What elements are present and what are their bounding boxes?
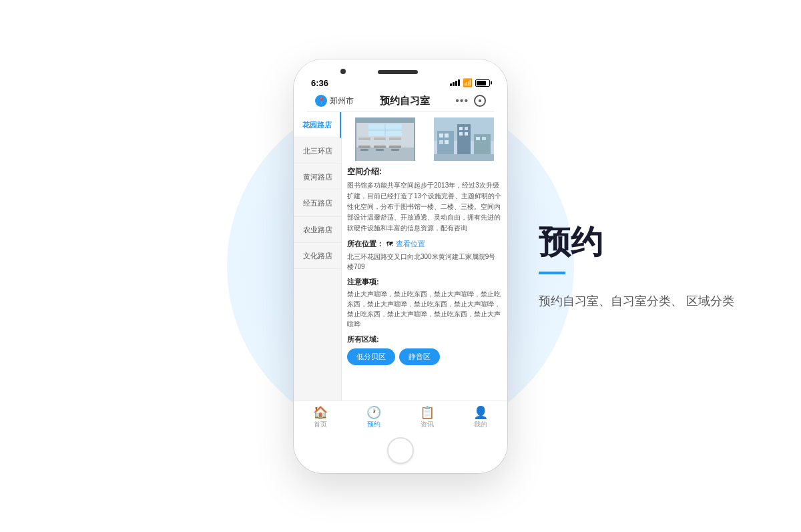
nav-title: 预约自习室 xyxy=(354,95,455,107)
right-desc: 预约自习室、自习室分类、 区域分类 xyxy=(539,290,734,311)
location-link[interactable]: 查看位置 xyxy=(396,239,425,249)
right-divider xyxy=(539,271,565,274)
intro-title: 空间介绍: xyxy=(347,166,502,178)
svg-rect-28 xyxy=(459,132,463,136)
news-icon: 📋 xyxy=(420,407,435,419)
svg-rect-31 xyxy=(482,137,486,140)
tab-booking[interactable]: 🕐 预约 xyxy=(357,407,390,429)
svg-rect-10 xyxy=(391,149,399,151)
low-decibel-btn[interactable]: 低分贝区 xyxy=(347,348,395,365)
shop-images xyxy=(347,117,502,161)
notice-text: 禁止大声喧哗，禁止吃东西，禁止大声喧哗，禁止吃东西，禁止大声喧哗，禁止吃东西，禁… xyxy=(347,289,502,329)
svg-rect-22 xyxy=(439,134,443,138)
speaker xyxy=(378,70,418,74)
svg-rect-8 xyxy=(360,149,368,151)
booking-icon: 🕐 xyxy=(366,407,381,419)
signal-bars-icon xyxy=(450,79,460,86)
svg-rect-6 xyxy=(374,138,386,140)
page-container: 6:36 📶 xyxy=(0,0,801,532)
intro-text: 图书馆多功能共享空间起步于2013年，经过3次升级扩建，目前已经打造了13个设施… xyxy=(347,180,502,234)
svg-rect-23 xyxy=(445,134,449,138)
svg-rect-27 xyxy=(465,127,468,130)
nav-location[interactable]: 📍 郑州市 xyxy=(315,95,354,107)
svg-rect-5 xyxy=(358,138,370,140)
svg-rect-13 xyxy=(355,117,415,123)
svg-rect-24 xyxy=(439,140,443,144)
right-title: 预约 xyxy=(539,220,734,263)
home-button[interactable] xyxy=(387,437,414,464)
svg-rect-4 xyxy=(389,146,401,148)
location-pin-icon: 📍 xyxy=(315,95,327,107)
status-bar: 6:36 📶 xyxy=(307,77,494,91)
location-row: 所在位置： 🗺 查看位置 xyxy=(347,239,502,249)
nav-actions: ••• xyxy=(455,95,486,107)
location-address: 北三环花园路交叉口向北300米黄河建工家属院9号楼709 xyxy=(347,252,502,272)
tab-bar: 🏠 首页 🕐 预约 📋 资讯 👤 我的 xyxy=(294,401,507,432)
silent-zone-btn[interactable]: 静音区 xyxy=(399,348,440,365)
tab-booking-label: 预约 xyxy=(367,420,380,429)
svg-rect-9 xyxy=(376,149,384,151)
svg-rect-11 xyxy=(355,117,356,161)
profile-icon: 👤 xyxy=(473,407,488,419)
svg-rect-3 xyxy=(374,146,386,148)
sidebar-item-jingwu[interactable]: 经五路店 xyxy=(294,190,341,216)
svg-rect-29 xyxy=(465,132,468,136)
location-map-icon: 🗺 xyxy=(386,240,393,248)
nav-bar: 📍 郑州市 预约自习室 ••• xyxy=(307,91,494,112)
svg-rect-12 xyxy=(414,117,415,161)
nav-target-icon[interactable] xyxy=(474,95,486,107)
notice-title: 注意事项: xyxy=(347,277,502,287)
sidebar-item-nongye[interactable]: 农业路店 xyxy=(294,217,341,243)
wifi-icon: 📶 xyxy=(463,78,473,87)
phone-top: 6:36 📶 xyxy=(294,59,507,112)
phone-notch xyxy=(307,66,494,77)
tab-profile-label: 我的 xyxy=(474,420,487,429)
nav-more-icon[interactable]: ••• xyxy=(455,95,469,107)
sidebar-item-huanghe[interactable]: 黄河路店 xyxy=(294,164,341,190)
sidebar-item-huayuanlu[interactable]: 花园路店 xyxy=(294,112,341,138)
sidebar-item-beisanhuan[interactable]: 北三环店 xyxy=(294,138,341,164)
svg-rect-7 xyxy=(389,138,401,140)
home-button-area xyxy=(294,432,507,473)
tab-home[interactable]: 🏠 首页 xyxy=(304,407,337,429)
phone-content: 花园路店 北三环店 黄河路店 经五路店 农业路店 文化路店 xyxy=(294,112,507,401)
main-scroll-content[interactable]: 空间介绍: 图书馆多功能共享空间起步于2013年，经过3次升级扩建，目前已经打造… xyxy=(342,112,507,401)
battery-icon xyxy=(475,79,490,87)
tab-news[interactable]: 📋 资讯 xyxy=(411,407,444,429)
shop-image-1 xyxy=(347,117,423,161)
areas-title: 所有区域: xyxy=(347,334,502,344)
sidebar-item-wenhua[interactable]: 文化路店 xyxy=(294,243,341,269)
area-buttons: 低分贝区 静音区 xyxy=(347,348,502,365)
svg-rect-25 xyxy=(445,140,449,144)
location-label: 所在位置： xyxy=(347,239,384,249)
svg-rect-26 xyxy=(459,127,463,130)
shop-image-2 xyxy=(426,117,502,161)
tab-profile[interactable]: 👤 我的 xyxy=(464,407,497,429)
sidebar: 花园路店 北三环店 黄河路店 经五路店 农业路店 文化路店 xyxy=(294,112,342,401)
phone-wrapper: 6:36 📶 xyxy=(294,59,507,473)
phone-frame: 6:36 📶 xyxy=(294,59,507,473)
svg-rect-32 xyxy=(434,154,494,161)
right-content: 预约 预约自习室、自习室分类、 区域分类 xyxy=(539,220,734,311)
city-name: 郑州市 xyxy=(330,95,354,107)
tab-news-label: 资讯 xyxy=(421,420,434,429)
svg-rect-30 xyxy=(476,137,480,140)
camera-dot xyxy=(340,69,346,74)
status-icons: 📶 xyxy=(450,78,490,87)
tab-home-label: 首页 xyxy=(314,420,327,429)
svg-rect-2 xyxy=(358,146,370,148)
home-icon: 🏠 xyxy=(313,407,328,419)
status-time: 6:36 xyxy=(311,78,328,88)
